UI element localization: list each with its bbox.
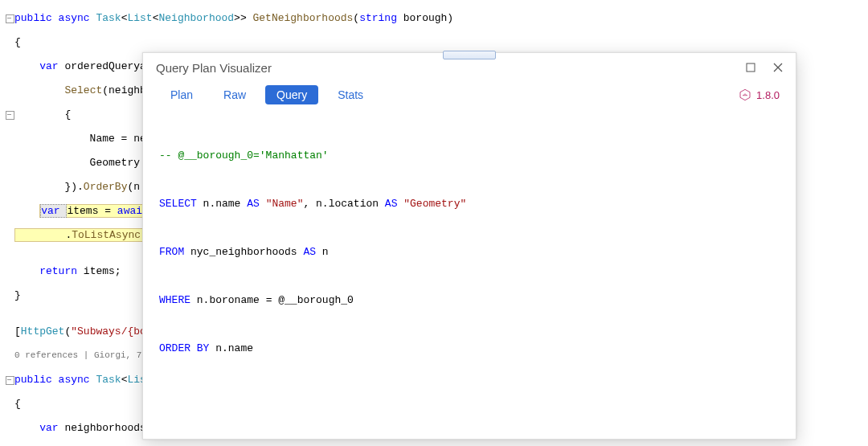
sql-line: -- @__borough_0='Manhattan' <box>159 148 780 164</box>
version-badge[interactable]: 1.8.0 <box>739 88 780 101</box>
sql-line: WHERE n.boroname = @__borough_0 <box>159 293 780 309</box>
window-controls <box>746 63 783 72</box>
drag-handle[interactable] <box>443 51 496 59</box>
sql-line: ORDER BY n.name <box>159 341 780 357</box>
tab-plan[interactable]: Plan <box>159 85 204 104</box>
sql-output[interactable]: -- @__borough_0='Manhattan' SELECT n.nam… <box>143 108 796 389</box>
sql-line: FROM nyc_neighborhoods AS n <box>159 244 780 260</box>
query-plan-visualizer-dialog: Query Plan Visualizer Plan Raw Query Sta… <box>142 52 796 440</box>
maximize-icon[interactable] <box>746 63 755 72</box>
version-label: 1.8.0 <box>756 89 780 101</box>
tab-bar: Plan Raw Query Stats 1.8.0 <box>143 82 796 108</box>
svg-rect-0 <box>747 63 755 72</box>
tab-query[interactable]: Query <box>265 85 318 104</box>
close-icon[interactable] <box>773 63 783 72</box>
hexagon-icon <box>739 88 751 101</box>
tab-stats[interactable]: Stats <box>326 85 375 104</box>
svg-point-2 <box>744 95 745 96</box>
dialog-title: Query Plan Visualizer <box>156 61 272 75</box>
code-line: { <box>14 36 554 48</box>
sql-line: SELECT n.name AS "Name", n.location AS "… <box>159 196 780 212</box>
code-line: public async Task<List<Neighborhood>> Ge… <box>14 12 554 24</box>
tab-raw[interactable]: Raw <box>212 85 257 104</box>
